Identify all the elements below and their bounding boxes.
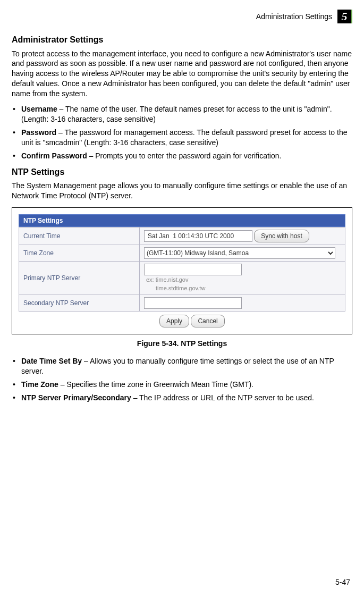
term: NTP Server Primary/Secondary [21, 393, 131, 402]
primary-ntp-hint1: ex: time.nist.gov [144, 276, 188, 283]
item-text: – Prompts you to enter the password agai… [87, 152, 282, 160]
ntp-settings-heading: NTP Settings [12, 166, 352, 178]
page-header: Administration Settings 5 [12, 10, 352, 23]
figure-caption: Figure 5-34. NTP Settings [12, 339, 352, 349]
ntp-panel: NTP Settings Current Time Sync with host… [19, 214, 345, 328]
item-text: – The IP address or URL of the NTP serve… [131, 393, 314, 402]
item-text: – The password for management access. Th… [21, 128, 347, 147]
current-time-cell: Sync with host [140, 228, 345, 245]
ntp-button-row: Apply Cancel [19, 312, 345, 327]
timezone-cell: (GMT-11:00) Midway Island, Samoa [140, 245, 345, 262]
list-item: Date Time Set By – Allows you to manuall… [12, 356, 352, 376]
admin-settings-intro: To protect access to the management inte… [12, 49, 352, 99]
item-text: – Specifies the time zone in Greenwich M… [58, 380, 253, 389]
admin-settings-list: Username – The name of the user. The def… [12, 104, 352, 161]
current-time-label: Current Time [19, 228, 140, 245]
timezone-select[interactable]: (GMT-11:00) Midway Island, Samoa [144, 247, 335, 259]
cancel-button[interactable]: Cancel [191, 315, 224, 327]
admin-settings-heading: Administrator Settings [12, 34, 352, 46]
list-item: Username – The name of the user. The def… [12, 104, 352, 124]
ntp-settings-intro: The System Management page allows you to… [12, 181, 352, 201]
primary-ntp-input[interactable] [144, 264, 242, 275]
secondary-ntp-input[interactable] [144, 297, 242, 309]
item-text: – The name of the user. The default name… [21, 105, 332, 123]
current-time-input[interactable] [144, 230, 252, 242]
secondary-ntp-label: Secondary NTP Server [19, 295, 140, 312]
list-item: Confirm Password – Prompts you to enter … [12, 151, 352, 161]
primary-ntp-label: Primary NTP Server [19, 262, 140, 295]
list-item: Time Zone – Specifies the time zone in G… [12, 380, 352, 390]
list-item: Password – The password for management a… [12, 128, 352, 148]
ntp-table: Current Time Sync with host Time Zone (G… [19, 227, 345, 312]
header-label: Administration Settings [256, 12, 332, 22]
ntp-description-list: Date Time Set By – Allows you to manuall… [12, 356, 352, 403]
term: Username [21, 105, 57, 113]
chapter-badge: 5 [337, 10, 352, 23]
timezone-label: Time Zone [19, 245, 140, 262]
term: Date Time Set By [21, 357, 82, 365]
primary-ntp-hint2: time.stdtime.gov.tw [144, 285, 205, 291]
apply-button[interactable]: Apply [159, 315, 189, 327]
primary-ntp-cell: ex: time.nist.gov time.stdtime.gov.tw [140, 262, 345, 295]
ntp-panel-title: NTP Settings [19, 214, 345, 227]
sync-with-host-button[interactable]: Sync with host [254, 230, 309, 242]
term: Time Zone [21, 380, 58, 389]
list-item: NTP Server Primary/Secondary – The IP ad… [12, 393, 352, 403]
secondary-ntp-cell [140, 295, 345, 312]
term: Confirm Password [21, 152, 87, 160]
term: Password [21, 128, 56, 137]
ntp-figure: NTP Settings Current Time Sync with host… [12, 207, 352, 335]
